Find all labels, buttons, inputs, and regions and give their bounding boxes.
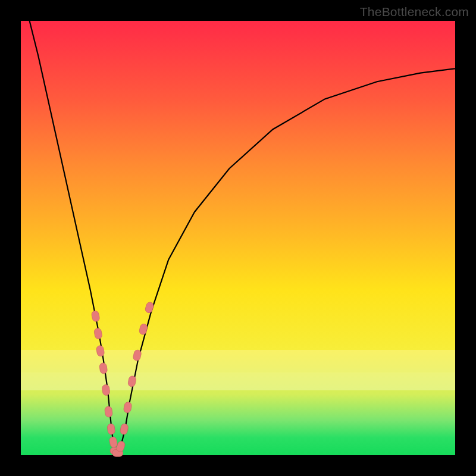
chart-svg [21,21,455,455]
curve-marker [145,301,155,314]
curve-marker [123,402,132,414]
curve-marker [91,310,100,322]
curve-marker [96,345,105,357]
curve-marker [99,362,108,374]
curve-marker [109,436,118,448]
curve-marker [107,424,115,435]
watermark-text: TheBottleneck.com [360,5,469,19]
curve-marker [104,406,112,417]
curve-marker [127,375,136,387]
marker-group [91,301,155,456]
curve-marker [120,423,129,435]
curve-marker [102,384,110,396]
curve-marker [93,328,102,340]
curve-marker [139,323,148,335]
bottleneck-curve-path [30,21,455,455]
